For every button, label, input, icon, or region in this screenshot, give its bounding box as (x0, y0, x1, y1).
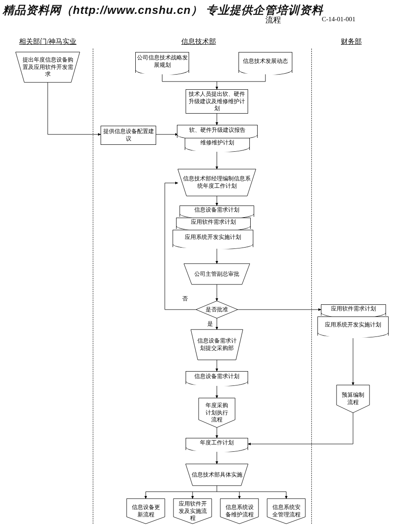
label-yes: 是 (207, 320, 213, 328)
node-annual-purchase: 年度采购计划执行流程 (199, 398, 235, 428)
node-fin-impl: 应用系统开发实施计划 (317, 317, 389, 336)
document-code: C-14-01-001 (322, 16, 356, 23)
node-sw-demand: 应用软件需求计划 (176, 218, 251, 229)
node-out-3: 信息系统设备维护流程 (220, 499, 258, 524)
node-trend: 信息技术发展动态 (239, 52, 292, 73)
node-tech-propose: 技术人员提出软、硬件升级建议及维修维护计划 (186, 89, 248, 114)
node-dev-demand: 信息设备需求计划 (180, 206, 254, 217)
node-strategy: 公司信息技术战略发展规划 (135, 52, 189, 73)
node-out-1: 信息设备更新流程 (127, 499, 165, 524)
node-submit-purchase: 信息设备需求计划提交采购部 (191, 330, 243, 360)
node-approved-decision: 是否批准 (196, 301, 238, 318)
node-left-input: 提出年度信息设备购置及应用软件开发需求 (16, 52, 80, 82)
node-fin-sw: 应用软件需求计划 (321, 304, 386, 316)
node-config-advice: 提供信息设备配置建议 (101, 126, 156, 145)
node-mgr-compile: 信息技术部经理编制信息系统年度工作计划 (178, 169, 256, 196)
node-budget: 预算编制流程 (337, 385, 370, 413)
lane-header-mid: 信息技术部 (181, 37, 216, 46)
node-out-4: 信息系统安全管理流程 (267, 499, 305, 524)
node-annual-plan: 年度工作计划 (186, 438, 248, 450)
node-vp-approve: 公司主管副总审批 (184, 264, 250, 284)
diagram-stage: 精品资料网（http://www.cnshu.cn） 专业提供企管培训资料 流程… (0, 0, 399, 532)
node-out-2: 应用软件开发及实施流程 (173, 499, 212, 524)
lane-separator-2 (311, 49, 312, 524)
node-implement: 信息技术部具体实施 (186, 464, 248, 486)
node-upgrade-report: 软、硬件升级建议报告 (177, 125, 258, 138)
lane-header-right: 财务部 (341, 37, 362, 46)
lane-separator-1 (93, 49, 93, 524)
lane-header-left: 相关部门/神马实业 (19, 37, 76, 46)
node-dev-demand-2: 信息设备需求计划 (186, 371, 248, 384)
title-fragment: 流程 (265, 15, 281, 25)
node-maint-plan: 维修维护计划 (185, 138, 250, 150)
node-sys-impl-plan: 应用系统开发实施计划 (173, 230, 253, 247)
label-no: 否 (182, 295, 188, 303)
